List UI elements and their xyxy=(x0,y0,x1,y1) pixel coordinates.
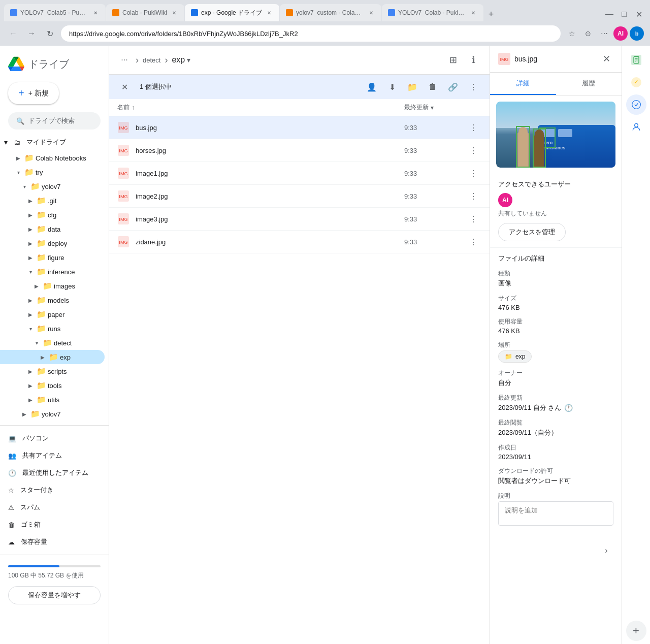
reload-button[interactable]: ↻ xyxy=(43,26,57,41)
sidebar-item-storage[interactable]: ☁ 保存容量 xyxy=(0,533,101,551)
upgrade-storage-button[interactable]: 保存容量を増やす xyxy=(8,586,101,604)
tree-item-cfg[interactable]: ▶ 📁 cfg xyxy=(0,208,105,222)
file-row[interactable]: IMG image1.jpg 9:33 ⋮ xyxy=(109,162,490,185)
new-tab-button[interactable]: + xyxy=(484,7,498,21)
contacts-button[interactable] xyxy=(626,117,646,137)
tree-item-images[interactable]: ▶ 📁 images xyxy=(0,279,105,293)
sidebar-item-my-drive[interactable]: ▾ 🗂 マイドライブ xyxy=(0,134,101,151)
detail-row-type: 種類 画像 xyxy=(498,269,613,288)
tab-colab-puki[interactable]: Colab - PukiWiki ✕ xyxy=(106,4,184,21)
file-row[interactable]: IMG horses.jpg 9:33 ⋮ xyxy=(109,139,490,162)
tab-yolov7-custom[interactable]: yolov7_custom - Colaborat... ✕ xyxy=(280,4,381,21)
file-row[interactable]: IMG zidane.jpg 9:33 ⋮ xyxy=(109,231,490,253)
google-sheets-button[interactable] xyxy=(626,50,646,70)
more-action-button[interactable]: ⋮ xyxy=(465,79,481,95)
file-list: IMG bus.jpg 9:33 ⋮ IMG horses.jpg xyxy=(109,116,490,644)
new-button[interactable]: + + 新規 xyxy=(8,82,59,104)
download-action-button[interactable]: ⬇ xyxy=(384,79,400,95)
tree-item-paper[interactable]: ▶ 📁 paper xyxy=(0,307,105,321)
tab-close-2[interactable]: ✕ xyxy=(170,9,178,17)
tree-item-yolov7-2[interactable]: ▶ 📁 yolov7 xyxy=(0,407,105,421)
tree-item-git[interactable]: ▶ 📁 .git xyxy=(0,194,105,208)
tree-label: yolov7 xyxy=(42,410,61,418)
history-icon[interactable]: 🕐 xyxy=(564,404,573,412)
tree-item-data[interactable]: ▶ 📁 data xyxy=(0,222,105,236)
back-button[interactable]: ← xyxy=(6,26,20,41)
grid-view-button[interactable]: ⊞ xyxy=(445,52,461,68)
bookmark-button[interactable]: ☆ xyxy=(565,26,579,41)
info-button[interactable]: ℹ xyxy=(465,52,481,68)
tab-close-1[interactable]: ✕ xyxy=(91,9,100,17)
sort-by-date[interactable]: 最終更新 ▾ xyxy=(404,103,465,112)
file-more-button[interactable]: ⋮ xyxy=(466,235,480,249)
url-bar[interactable]: https://drive.google.com/drive/folders/1… xyxy=(61,25,561,42)
file-more-button[interactable]: ⋮ xyxy=(466,189,480,203)
tree-item-utils[interactable]: ▶ 📁 utils xyxy=(0,393,105,407)
tab-favicon-5 xyxy=(388,9,395,16)
tree-item-models[interactable]: ▶ 📁 models xyxy=(0,293,105,307)
move-action-button[interactable]: 📁 xyxy=(404,79,420,95)
tab-history[interactable]: 履歴 xyxy=(556,73,622,95)
sidebar-item-recent[interactable]: 🕐 最近使用したアイテム xyxy=(0,464,101,481)
manage-access-button[interactable]: アクセスを管理 xyxy=(498,223,566,241)
location-text: exp xyxy=(515,353,525,360)
sidebar-item-starred[interactable]: ☆ スター付き xyxy=(0,481,101,499)
tree-item-deploy[interactable]: ▶ 📁 deploy xyxy=(0,236,105,250)
file-row[interactable]: IMG image3.jpg 9:33 ⋮ xyxy=(109,208,490,231)
location-value[interactable]: 📁 exp xyxy=(498,350,532,363)
tab-details[interactable]: 詳細 xyxy=(490,73,556,95)
tree-item-scripts[interactable]: ▶ 📁 scripts xyxy=(0,364,105,378)
breadcrumb-current[interactable]: exp ▾ xyxy=(172,55,190,65)
tree-item-tools[interactable]: ▶ 📁 tools xyxy=(0,378,105,393)
selection-close-button[interactable]: ✕ xyxy=(117,80,132,94)
tab-exp-drive[interactable]: exp - Google ドライブ ✕ xyxy=(185,4,279,21)
breadcrumb-more-button[interactable]: ··· xyxy=(117,53,132,67)
tasks-button[interactable] xyxy=(626,94,646,115)
sort-by-name[interactable]: 名前 ↑ xyxy=(117,103,404,112)
file-more-button[interactable]: ⋮ xyxy=(466,166,480,180)
file-more-button[interactable]: ⋮ xyxy=(466,143,480,157)
tab-close-3[interactable]: ✕ xyxy=(265,9,273,17)
search-bar[interactable]: 🔍 ドライブで検索 xyxy=(8,112,101,130)
settings-button[interactable]: ⋯ xyxy=(597,26,611,41)
file-row[interactable]: IMG image2.jpg 9:33 ⋮ xyxy=(109,185,490,208)
tree-item-detect[interactable]: ▾ 📁 detect xyxy=(0,336,105,350)
detail-row-modified: 最終更新 2023/09/11 自分 さん 🕐 xyxy=(498,394,613,412)
link-action-button[interactable]: 🔗 xyxy=(445,79,461,95)
panel-close-button[interactable]: ✕ xyxy=(599,52,613,66)
share-page-button[interactable]: ⊙ xyxy=(581,26,595,41)
file-more-button[interactable]: ⋮ xyxy=(466,120,480,135)
tab-yolov7-colab[interactable]: YOLOv7_Colab - PukiWiki ✕ xyxy=(382,4,483,21)
tree-item-runs[interactable]: ▾ 📁 runs xyxy=(0,321,105,336)
folder-move-icon: 📁 xyxy=(407,82,417,92)
share-action-button[interactable]: 👤 xyxy=(364,79,380,95)
tree-item-try[interactable]: ▾ 📁 try xyxy=(0,165,105,179)
file-row[interactable]: IMG bus.jpg 9:33 ⋮ xyxy=(109,116,490,139)
google-keep-button[interactable]: ✓ xyxy=(626,72,646,92)
file-more-button[interactable]: ⋮ xyxy=(466,212,480,226)
sidebar-item-spam[interactable]: ⚠ スパム xyxy=(0,499,101,516)
tree-item-figure[interactable]: ▶ 📁 figure xyxy=(0,250,105,265)
tab-close-5[interactable]: ✕ xyxy=(469,9,477,17)
tab-yolov7-colab5[interactable]: YOLOv7_Colab5 - PukiWiki ✕ xyxy=(4,4,106,21)
sidebar-item-shared[interactable]: 👥 共有アイテム xyxy=(0,447,101,464)
bing-button[interactable]: b xyxy=(630,26,644,41)
restore-button[interactable]: □ xyxy=(617,7,631,21)
breadcrumb-parent[interactable]: detect xyxy=(143,56,160,64)
minimize-button[interactable]: — xyxy=(602,7,616,21)
tree-item-yolov7[interactable]: ▾ 📁 yolov7 xyxy=(0,179,105,194)
forward-button[interactable]: → xyxy=(24,26,39,41)
tree-item-exp[interactable]: ▶ 📁 exp xyxy=(0,350,105,364)
description-input[interactable] xyxy=(498,501,613,526)
close-window-button[interactable]: ✕ xyxy=(632,7,646,21)
tab-close-4[interactable]: ✕ xyxy=(367,9,375,17)
add-apps-button[interactable]: + xyxy=(626,621,646,641)
owner-value: 自分 xyxy=(498,378,613,388)
sidebar-item-computer[interactable]: 💻 パソコン xyxy=(0,430,101,447)
tree-item-inference[interactable]: ▾ 📁 inference xyxy=(0,265,105,279)
delete-action-button[interactable]: 🗑 xyxy=(425,79,441,95)
sidebar-item-trash[interactable]: 🗑 ゴミ箱 xyxy=(0,516,101,533)
tree-item-colab-notebooks[interactable]: ▶ 📁 Colab Notebooks xyxy=(0,151,105,165)
expand-panel-button[interactable]: › xyxy=(599,543,613,558)
profile-button[interactable]: AI xyxy=(613,26,628,41)
